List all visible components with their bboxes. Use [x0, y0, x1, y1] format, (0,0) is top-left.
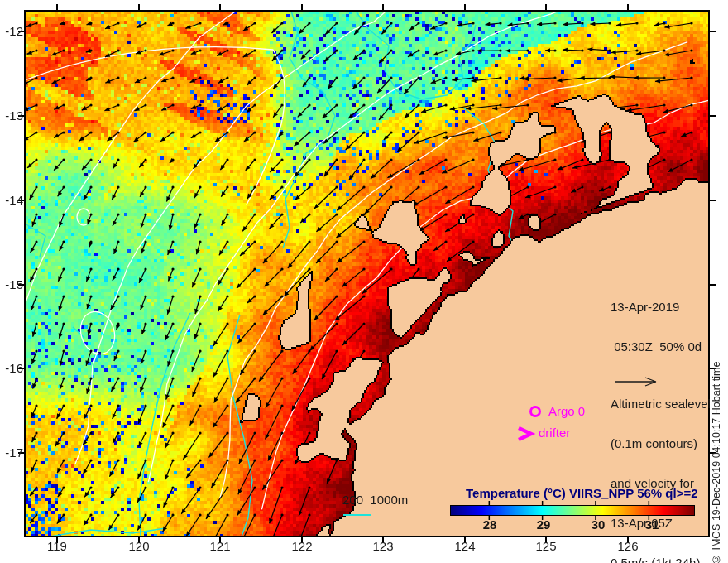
y-axis-tick-label: -13 [0, 109, 23, 123]
sst-map-figure: 119 120 121 122 123 124 125 126 -12 -13 … [0, 0, 728, 563]
x-axis-tick-label: 122 [285, 540, 318, 553]
drifter-label: drifter [539, 426, 570, 440]
valid-date-line: 13-Apr-2019 [611, 301, 711, 314]
y-axis-tick-label: -17 [0, 446, 23, 460]
valid-time-line: 05:30Z 50% 0d [611, 340, 711, 354]
colorbar-tick-label: 30 [584, 518, 612, 532]
x-axis-tick-label: 121 [204, 540, 237, 553]
colorbar-title: Temperature (°C) VIIRS_NPP 56% ql>=2 [466, 487, 698, 500]
velocity-scale-line: 0.5m/s (1kt 24h) [611, 556, 711, 563]
x-axis-tick-label: 125 [529, 540, 563, 553]
x-axis-tick-label: 123 [366, 540, 400, 553]
y-axis-tick-label: -12 [0, 25, 23, 38]
imos-credit-text: © IMOS 19-Dec-2019 04:10:17 Hobart time [710, 323, 723, 563]
y-axis-tick-label: -16 [0, 362, 23, 375]
x-axis-tick-label: 120 [122, 540, 156, 553]
info-line: (0.1m contours) [611, 437, 711, 450]
depth-contour-legend-label: 200 1000m [342, 493, 408, 507]
colorbar-tick-label: 28 [476, 518, 504, 532]
x-axis-tick-label: 124 [448, 540, 481, 553]
x-axis-tick-label: 119 [41, 540, 74, 553]
y-axis-tick-label: -14 [0, 194, 23, 207]
argo-float-label: Argo 0 [548, 405, 585, 418]
y-axis-tick-label: -15 [0, 278, 23, 291]
info-line: Altimetric sealevel [611, 397, 711, 411]
colorbar-tick-label: 31 [638, 518, 666, 532]
colorbar-tick-label: 29 [529, 518, 558, 532]
